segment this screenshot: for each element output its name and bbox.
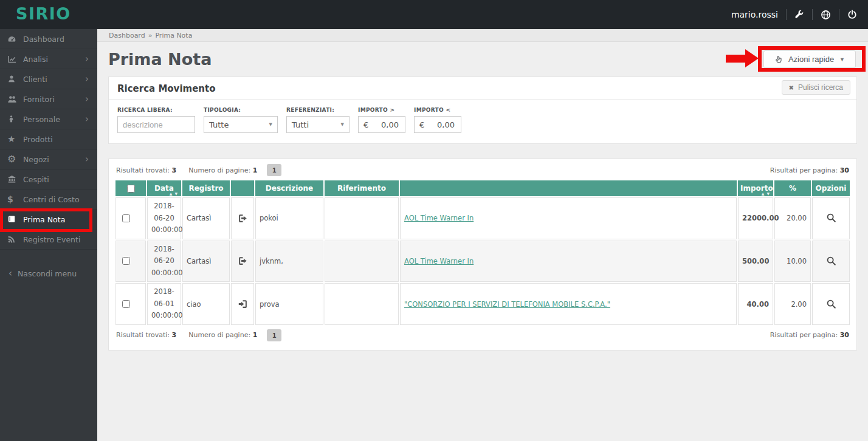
sirio-logo[interactable]: SIRIO xyxy=(16,4,71,23)
clear-search-button[interactable]: ✖ Pulisci ricerca xyxy=(782,80,850,95)
sort-icons[interactable]: ▲ ▼ xyxy=(170,191,178,196)
cell-text: pokoi xyxy=(260,214,278,222)
row-checkbox[interactable] xyxy=(122,214,130,222)
results-per-page: Risultati per pagina: 30 xyxy=(770,166,849,174)
cell-opzioni xyxy=(812,283,850,325)
referenziati-selected-value: Tutti xyxy=(292,120,309,129)
cell-registro: Cartasì xyxy=(182,241,230,282)
user-icon xyxy=(7,75,23,83)
page-number-button[interactable]: 1 xyxy=(267,164,281,176)
cell-riferimento xyxy=(325,283,399,325)
sort-icons[interactable]: ▲ ▼ xyxy=(762,191,770,196)
sidebar-collapse-button[interactable]: ‹ Nascondi menu xyxy=(0,265,97,281)
table-row: 2018-06-20 00:00:00CartasìpokoiAOL Time … xyxy=(115,197,850,239)
star-icon: ★ xyxy=(7,135,23,144)
cell-data: 2018-06-01 00:00:00 xyxy=(147,283,181,325)
view-details-button[interactable] xyxy=(825,211,838,224)
cell-text: 500.00 xyxy=(742,257,769,265)
cell-text: jvknm, xyxy=(260,257,283,265)
row-checkbox[interactable] xyxy=(122,257,130,265)
page-number-button[interactable]: 1 xyxy=(267,329,281,341)
sidebar-item-negozi[interactable]: ⚙Negozi› xyxy=(0,149,97,169)
caret-down-icon: ▼ xyxy=(269,122,272,127)
sidebar-item-prodotti[interactable]: ★Prodotti xyxy=(0,129,97,149)
tipologia-select[interactable]: Tutte ▼ xyxy=(204,116,278,133)
tipologia-selected-value: Tutte xyxy=(209,120,229,129)
cell-text: 2018-06-01 00:00:00 xyxy=(151,287,183,320)
col-header-direction xyxy=(231,180,254,196)
cell-data: 2018-06-20 00:00:00 xyxy=(147,241,181,282)
col-header-riferimento_link xyxy=(400,180,737,196)
importo-lt-input[interactable] xyxy=(424,120,456,130)
col-header-check[interactable] xyxy=(115,180,146,196)
sidebar-item-fornitori[interactable]: Fornitori› xyxy=(0,89,97,109)
sidebar-item-label: Analisi xyxy=(23,55,85,64)
sidebar-item-label: Prodotti xyxy=(23,135,90,144)
sidebar-item-analisi[interactable]: Analisi› xyxy=(0,49,97,69)
breadcrumb-home[interactable]: Dashboard xyxy=(109,32,145,39)
sidebar-item-personale[interactable]: Personale› xyxy=(0,109,97,129)
row-checkbox[interactable] xyxy=(122,300,130,308)
view-details-button[interactable] xyxy=(825,298,838,310)
field-tipologia: TIPOLOGIA: Tutte ▼ xyxy=(204,107,278,133)
chevron-left-icon: ‹ xyxy=(9,269,12,278)
cell-riferimento xyxy=(325,241,399,282)
col-header-data[interactable]: Data▲ ▼ xyxy=(147,180,181,196)
col-header-riferimento: Riferimento xyxy=(325,180,399,196)
search-panel: Ricerca Movimento ✖ Pulisci ricerca RICE… xyxy=(108,77,857,144)
results-found: Risultati trovati: 3 xyxy=(116,166,176,174)
sidebar-item-label: Personale xyxy=(23,115,85,124)
person-icon xyxy=(7,115,23,123)
cell-text: 2018-06-20 00:00:00 xyxy=(151,245,183,277)
breadcrumb: Dashboard » Prima Nota xyxy=(97,29,868,42)
cell-importo: 22000.00 xyxy=(738,197,773,239)
sign-in-icon xyxy=(238,299,248,308)
book-icon xyxy=(7,215,23,224)
referenziati-select[interactable]: Tutti ▼ xyxy=(286,116,350,133)
free-search-input[interactable] xyxy=(117,116,195,133)
power-icon[interactable] xyxy=(847,10,857,19)
globe-icon[interactable] xyxy=(821,10,831,20)
sidebar-item-clienti[interactable]: Clienti› xyxy=(0,69,97,89)
cell-registro: Cartasì xyxy=(182,197,230,239)
search-form: RICERCA LIBERA: TIPOLOGIA: Tutte ▼ REFER… xyxy=(109,100,856,143)
riferimento-link[interactable]: "CONSORZIO PER I SERVIZI DI TELEFONIA MO… xyxy=(404,300,610,309)
sidebar-item-dashboard[interactable]: Dashboard xyxy=(0,29,97,49)
riferimento-link[interactable]: AOL Time Warner In xyxy=(404,257,474,265)
close-icon: ✖ xyxy=(789,84,794,91)
col-header-opzioni: Opzioni xyxy=(812,180,850,196)
cell-importo: 500.00 xyxy=(738,241,773,282)
sidebar-item-cespiti[interactable]: Cespiti xyxy=(0,169,97,190)
importo-lt-group: € xyxy=(414,116,461,133)
sign-out-icon xyxy=(238,256,248,265)
importo-gt-group: € xyxy=(358,116,405,133)
field-importo-gt: IMPORTO > € xyxy=(358,107,405,133)
chevron-right-icon: › xyxy=(85,55,90,64)
sidebar-item-prima-nota[interactable]: Prima Nota xyxy=(0,210,97,230)
quick-actions-button[interactable]: Azioni rapide ▼ xyxy=(763,50,856,68)
select-all-checkbox[interactable] xyxy=(127,185,135,193)
cell-riferimento_link: AOL Time Warner In xyxy=(400,241,737,282)
col-header-importo[interactable]: Importo▲ ▼ xyxy=(738,180,773,196)
sidebar-item-label: Negozi xyxy=(23,155,85,164)
view-details-button[interactable] xyxy=(825,255,838,267)
importo-gt-input[interactable] xyxy=(368,120,400,130)
riferimento-link[interactable]: AOL Time Warner In xyxy=(404,214,474,222)
cell-text: prova xyxy=(260,300,280,309)
sidebar-item-centri-di-costo[interactable]: $Centri di Costo xyxy=(0,190,97,210)
magnifier-icon xyxy=(826,256,836,266)
wrench-icon[interactable] xyxy=(794,10,804,19)
users-icon xyxy=(7,95,23,104)
col-header-label: Registro xyxy=(188,184,223,193)
field-label: TIPOLOGIA: xyxy=(204,107,278,113)
sidebar-item-registro-eventi[interactable]: Registro Eventi xyxy=(0,230,97,250)
topbar-divider xyxy=(812,9,813,20)
table-row: 2018-06-20 00:00:00Cartasìjvknm,AOL Time… xyxy=(115,241,850,282)
cell-descrizione: jvknm, xyxy=(255,241,323,282)
username[interactable]: mario.rossi xyxy=(731,10,778,19)
cell-opzioni xyxy=(812,241,850,282)
sidebar: DashboardAnalisi›Clienti›Fornitori›Perso… xyxy=(0,29,97,441)
cell-riferimento_link: AOL Time Warner In xyxy=(400,197,737,239)
chevron-right-icon: › xyxy=(85,155,90,164)
cell-descrizione: prova xyxy=(255,283,323,325)
